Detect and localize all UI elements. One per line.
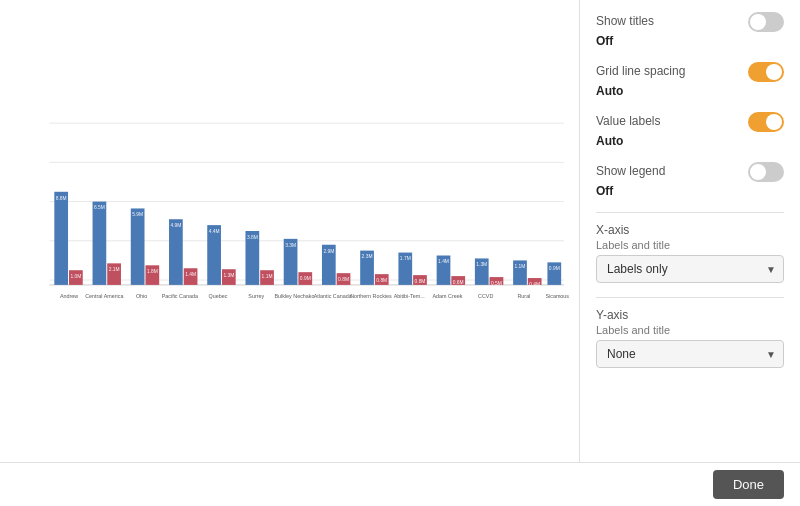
svg-text:1.0M: 1.0M <box>70 274 81 279</box>
svg-text:0.6M: 0.6M <box>453 280 464 285</box>
svg-text:Andrew: Andrew <box>60 293 78 299</box>
show-titles-toggle[interactable] <box>748 12 784 32</box>
y-axis-sub-label: Labels and title <box>596 324 784 336</box>
show-titles-label: Show titles <box>596 14 654 28</box>
svg-text:Central America: Central America <box>85 293 123 299</box>
svg-text:1.4M: 1.4M <box>185 272 196 277</box>
divider-1 <box>596 212 784 213</box>
svg-text:Pacific Canada: Pacific Canada <box>162 293 198 299</box>
svg-text:Ohio: Ohio <box>136 293 147 299</box>
svg-text:1.4M: 1.4M <box>438 259 449 264</box>
y-axis-section-label: Y-axis <box>596 308 784 322</box>
value-labels-toggle[interactable] <box>748 112 784 132</box>
grid-line-spacing-label: Grid line spacing <box>596 64 685 78</box>
svg-text:Bulkley Nechako: Bulkley Nechako <box>274 293 314 299</box>
x-axis-row: X-axis Labels and title Labels only Labe… <box>596 223 784 283</box>
show-titles-row: Show titles Off <box>596 12 784 48</box>
svg-text:1.8M: 1.8M <box>147 269 158 274</box>
svg-text:Sicamous: Sicamous <box>545 293 569 299</box>
svg-text:2.3M: 2.3M <box>362 254 373 259</box>
divider-2 <box>596 297 784 298</box>
value-labels-label: Value labels <box>596 114 661 128</box>
svg-text:5.9M: 5.9M <box>132 212 143 217</box>
svg-text:4.9M: 4.9M <box>170 223 181 228</box>
svg-text:4.4M: 4.4M <box>209 229 220 234</box>
value-labels-row: Value labels Auto <box>596 112 784 148</box>
svg-rect-26 <box>207 225 221 285</box>
x-axis-dropdown-container: Labels only Labels and title Title only … <box>596 255 784 283</box>
x-axis-dropdown[interactable]: Labels only Labels and title Title only … <box>596 255 784 283</box>
show-titles-value: Off <box>596 34 784 48</box>
y-axis-row: Y-axis Labels and title None Labels only… <box>596 308 784 368</box>
svg-text:2.9M: 2.9M <box>323 249 334 254</box>
chart-svg: 8.8M 1.0M Andrew 6.5M 2.1M Central Ameri… <box>20 20 569 442</box>
svg-rect-11 <box>93 202 107 285</box>
svg-text:Quebec: Quebec <box>209 293 228 299</box>
value-labels-value: Auto <box>596 134 784 148</box>
svg-text:0.9M: 0.9M <box>300 276 311 281</box>
svg-text:0.4M: 0.4M <box>529 282 540 287</box>
show-legend-label: Show legend <box>596 164 665 178</box>
svg-text:3.8M: 3.8M <box>247 235 258 240</box>
show-legend-value: Off <box>596 184 784 198</box>
svg-rect-16 <box>131 208 145 284</box>
svg-text:2.1M: 2.1M <box>109 267 120 272</box>
done-button[interactable]: Done <box>713 470 784 499</box>
show-legend-row: Show legend Off <box>596 162 784 198</box>
x-axis-section-label: X-axis <box>596 223 784 237</box>
chart-area: 8.8M 1.0M Andrew 6.5M 2.1M Central Ameri… <box>0 0 580 462</box>
svg-text:0.8M: 0.8M <box>415 279 426 284</box>
x-axis-sub-label: Labels and title <box>596 239 784 251</box>
svg-text:Abitibi-Tem...: Abitibi-Tem... <box>394 293 425 299</box>
svg-text:0.5M: 0.5M <box>491 281 502 286</box>
main-content: 8.8M 1.0M Andrew 6.5M 2.1M Central Ameri… <box>0 0 800 462</box>
svg-text:Surrey: Surrey <box>248 293 264 299</box>
settings-panel: Show titles Off Grid line spacing Auto V… <box>580 0 800 462</box>
svg-text:1.3M: 1.3M <box>476 262 487 267</box>
grid-line-spacing-toggle[interactable] <box>748 62 784 82</box>
svg-text:0.8M: 0.8M <box>376 278 387 283</box>
svg-text:Adam Creek: Adam Creek <box>432 293 462 299</box>
svg-text:Rural: Rural <box>517 293 530 299</box>
svg-text:1.3M: 1.3M <box>223 273 234 278</box>
svg-text:Northern Rockies: Northern Rockies <box>350 293 392 299</box>
svg-text:0.9M: 0.9M <box>549 266 560 271</box>
svg-text:0.8M: 0.8M <box>338 277 349 282</box>
svg-text:1.1M: 1.1M <box>515 264 526 269</box>
show-legend-toggle[interactable] <box>748 162 784 182</box>
svg-rect-21 <box>169 219 183 285</box>
svg-text:6.5M: 6.5M <box>94 205 105 210</box>
svg-rect-6 <box>54 192 68 285</box>
y-axis-dropdown[interactable]: None Labels only Labels and title Title … <box>596 340 784 368</box>
y-axis-dropdown-container: None Labels only Labels and title Title … <box>596 340 784 368</box>
footer: Done <box>0 462 800 506</box>
svg-text:1.7M: 1.7M <box>400 256 411 261</box>
grid-line-spacing-value: Auto <box>596 84 784 98</box>
svg-text:8.8M: 8.8M <box>56 196 67 201</box>
svg-text:1.1M: 1.1M <box>262 274 273 279</box>
svg-text:Atlantic Canada: Atlantic Canada <box>314 293 352 299</box>
svg-text:CCVD: CCVD <box>478 293 493 299</box>
grid-line-spacing-row: Grid line spacing Auto <box>596 62 784 98</box>
svg-text:3.3M: 3.3M <box>285 243 296 248</box>
